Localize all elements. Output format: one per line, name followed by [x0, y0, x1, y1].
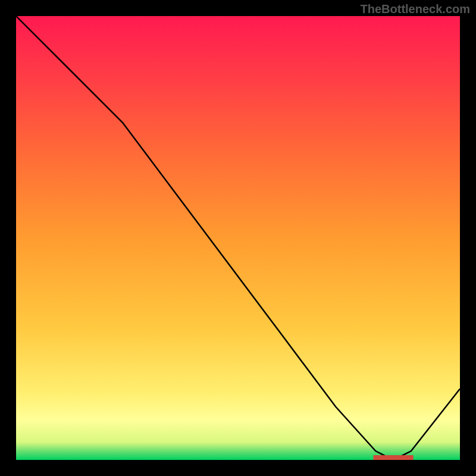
watermark-text: TheBottleneck.com	[361, 2, 470, 16]
chart-svg	[16, 16, 460, 460]
minimum-marker	[374, 455, 414, 460]
chart-area	[16, 16, 460, 460]
